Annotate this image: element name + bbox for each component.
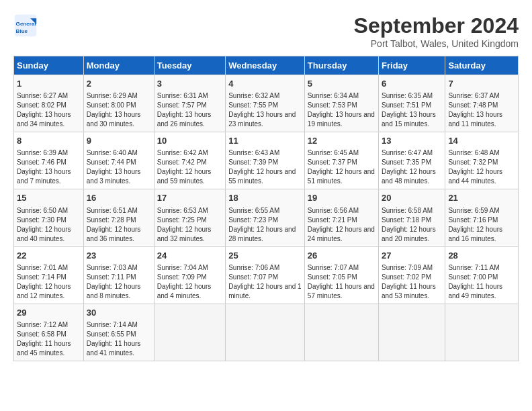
- day-info: Sunrise: 6:39 AMSunset: 7:46 PMDaylight:…: [17, 148, 81, 186]
- table-row: 21Sunrise: 6:59 AMSunset: 7:16 PMDayligh…: [445, 189, 519, 246]
- col-tuesday: Tuesday: [154, 56, 225, 75]
- day-number: 20: [382, 192, 442, 204]
- day-info: Sunrise: 6:59 AMSunset: 7:16 PMDaylight:…: [448, 206, 515, 244]
- day-info: Sunrise: 6:40 AMSunset: 7:44 PMDaylight:…: [87, 148, 151, 186]
- col-monday: Monday: [83, 56, 154, 75]
- table-row: 23Sunrise: 7:03 AMSunset: 7:11 PMDayligh…: [83, 246, 154, 304]
- day-number: 4: [228, 78, 302, 90]
- day-info: Sunrise: 6:45 AMSunset: 7:37 PMDaylight:…: [308, 148, 375, 186]
- day-info: Sunrise: 7:06 AMSunset: 7:07 PMDaylight:…: [228, 263, 302, 301]
- calendar-row: 22Sunrise: 7:01 AMSunset: 7:14 PMDayligh…: [14, 246, 519, 304]
- calendar-header: Sunday Monday Tuesday Wednesday Thursday…: [14, 56, 519, 75]
- day-info: Sunrise: 6:32 AMSunset: 7:55 PMDaylight:…: [228, 91, 302, 129]
- table-row: 27Sunrise: 7:09 AMSunset: 7:02 PMDayligh…: [379, 246, 445, 304]
- day-number: 6: [382, 78, 442, 90]
- day-info: Sunrise: 6:58 AMSunset: 7:18 PMDaylight:…: [382, 206, 442, 244]
- day-number: 23: [87, 250, 151, 262]
- day-info: Sunrise: 6:34 AMSunset: 7:53 PMDaylight:…: [308, 91, 375, 129]
- day-info: Sunrise: 7:01 AMSunset: 7:14 PMDaylight:…: [17, 263, 81, 301]
- day-number: 8: [17, 135, 81, 147]
- day-number: 9: [87, 135, 151, 147]
- col-thursday: Thursday: [304, 56, 378, 75]
- day-number: 19: [308, 192, 375, 204]
- table-row: 19Sunrise: 6:56 AMSunset: 7:21 PMDayligh…: [304, 189, 378, 246]
- day-number: 2: [87, 78, 151, 90]
- title-block: September 2024 Port Talbot, Wales, Unite…: [354, 13, 519, 49]
- table-row: 15Sunrise: 6:50 AMSunset: 7:30 PMDayligh…: [14, 189, 84, 246]
- svg-text:General: General: [16, 21, 36, 27]
- day-number: 28: [448, 250, 515, 262]
- day-info: Sunrise: 6:56 AMSunset: 7:21 PMDaylight:…: [308, 206, 375, 244]
- table-row: 13Sunrise: 6:47 AMSunset: 7:35 PMDayligh…: [379, 132, 445, 189]
- day-number: 22: [17, 250, 81, 262]
- month-title: September 2024: [354, 13, 519, 38]
- calendar-row: 15Sunrise: 6:50 AMSunset: 7:30 PMDayligh…: [14, 189, 519, 246]
- day-info: Sunrise: 6:42 AMSunset: 7:42 PMDaylight:…: [157, 148, 222, 186]
- table-row: 10Sunrise: 6:42 AMSunset: 7:42 PMDayligh…: [154, 132, 225, 189]
- day-info: Sunrise: 7:07 AMSunset: 7:05 PMDaylight:…: [308, 263, 375, 301]
- day-info: Sunrise: 6:50 AMSunset: 7:30 PMDaylight:…: [17, 206, 81, 244]
- day-info: Sunrise: 6:48 AMSunset: 7:32 PMDaylight:…: [448, 148, 515, 186]
- table-row: 28Sunrise: 7:11 AMSunset: 7:00 PMDayligh…: [445, 246, 519, 304]
- table-row: 30Sunrise: 7:14 AMSunset: 6:55 PMDayligh…: [83, 304, 154, 361]
- day-number: 17: [157, 192, 222, 204]
- day-number: 12: [308, 135, 375, 147]
- table-row: 6Sunrise: 6:35 AMSunset: 7:51 PMDaylight…: [379, 75, 445, 132]
- day-info: Sunrise: 6:43 AMSunset: 7:39 PMDaylight:…: [228, 148, 302, 186]
- day-info: Sunrise: 7:04 AMSunset: 7:09 PMDaylight:…: [157, 263, 222, 301]
- day-info: Sunrise: 6:35 AMSunset: 7:51 PMDaylight:…: [382, 91, 442, 129]
- day-info: Sunrise: 6:37 AMSunset: 7:48 PMDaylight:…: [448, 91, 515, 129]
- day-number: 24: [157, 250, 222, 262]
- day-number: 16: [87, 192, 151, 204]
- table-row: 25Sunrise: 7:06 AMSunset: 7:07 PMDayligh…: [226, 246, 305, 304]
- calendar-row: 8Sunrise: 6:39 AMSunset: 7:46 PMDaylight…: [14, 132, 519, 189]
- day-info: Sunrise: 6:47 AMSunset: 7:35 PMDaylight:…: [382, 148, 442, 186]
- day-info: Sunrise: 7:09 AMSunset: 7:02 PMDaylight:…: [382, 263, 442, 301]
- table-row: 18Sunrise: 6:55 AMSunset: 7:23 PMDayligh…: [226, 189, 305, 246]
- table-row: [379, 304, 445, 361]
- day-number: 13: [382, 135, 442, 147]
- table-row: 11Sunrise: 6:43 AMSunset: 7:39 PMDayligh…: [226, 132, 305, 189]
- table-row: 5Sunrise: 6:34 AMSunset: 7:53 PMDaylight…: [304, 75, 378, 132]
- day-info: Sunrise: 6:27 AMSunset: 8:02 PMDaylight:…: [17, 91, 81, 129]
- col-friday: Friday: [379, 56, 445, 75]
- table-row: 8Sunrise: 6:39 AMSunset: 7:46 PMDaylight…: [14, 132, 84, 189]
- table-row: [226, 304, 305, 361]
- day-number: 25: [228, 250, 302, 262]
- day-number: 29: [17, 307, 81, 319]
- day-info: Sunrise: 7:03 AMSunset: 7:11 PMDaylight:…: [87, 263, 151, 301]
- table-row: 24Sunrise: 7:04 AMSunset: 7:09 PMDayligh…: [154, 246, 225, 304]
- table-row: 12Sunrise: 6:45 AMSunset: 7:37 PMDayligh…: [304, 132, 378, 189]
- table-row: 16Sunrise: 6:51 AMSunset: 7:28 PMDayligh…: [83, 189, 154, 246]
- day-number: 3: [157, 78, 222, 90]
- table-row: 17Sunrise: 6:53 AMSunset: 7:25 PMDayligh…: [154, 189, 225, 246]
- table-row: 1Sunrise: 6:27 AMSunset: 8:02 PMDaylight…: [14, 75, 84, 132]
- day-number: 18: [228, 192, 302, 204]
- day-info: Sunrise: 6:55 AMSunset: 7:23 PMDaylight:…: [228, 206, 302, 244]
- day-info: Sunrise: 6:31 AMSunset: 7:57 PMDaylight:…: [157, 91, 222, 129]
- day-number: 15: [17, 192, 81, 204]
- logo-icon: General Blue: [13, 13, 38, 38]
- location-subtitle: Port Talbot, Wales, United Kingdom: [354, 38, 519, 49]
- logo: General Blue General Blue: [13, 13, 38, 38]
- table-row: 9Sunrise: 6:40 AMSunset: 7:44 PMDaylight…: [83, 132, 154, 189]
- calendar-row: 29Sunrise: 7:12 AMSunset: 6:58 PMDayligh…: [14, 304, 519, 361]
- day-number: 27: [382, 250, 442, 262]
- day-number: 1: [17, 78, 81, 90]
- table-row: [445, 304, 519, 361]
- day-number: 5: [308, 78, 375, 90]
- table-row: 2Sunrise: 6:29 AMSunset: 8:00 PMDaylight…: [83, 75, 154, 132]
- day-number: 30: [87, 307, 151, 319]
- day-info: Sunrise: 6:29 AMSunset: 8:00 PMDaylight:…: [87, 91, 151, 129]
- col-saturday: Saturday: [445, 56, 519, 75]
- page-header: General Blue General Blue September 2024…: [13, 13, 519, 49]
- day-info: Sunrise: 7:14 AMSunset: 6:55 PMDaylight:…: [87, 320, 151, 358]
- table-row: [154, 304, 225, 361]
- table-row: 3Sunrise: 6:31 AMSunset: 7:57 PMDaylight…: [154, 75, 225, 132]
- header-row: Sunday Monday Tuesday Wednesday Thursday…: [14, 56, 519, 75]
- day-number: 14: [448, 135, 515, 147]
- table-row: 20Sunrise: 6:58 AMSunset: 7:18 PMDayligh…: [379, 189, 445, 246]
- calendar-row: 1Sunrise: 6:27 AMSunset: 8:02 PMDaylight…: [14, 75, 519, 132]
- table-row: 7Sunrise: 6:37 AMSunset: 7:48 PMDaylight…: [445, 75, 519, 132]
- day-info: Sunrise: 7:11 AMSunset: 7:00 PMDaylight:…: [448, 263, 515, 301]
